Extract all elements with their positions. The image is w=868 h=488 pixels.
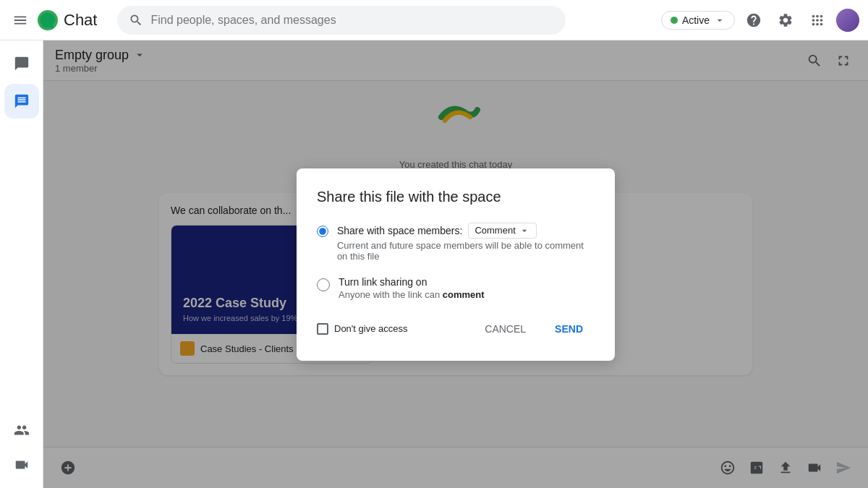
- main-chat-area: Empty group 1 member: [43, 40, 868, 488]
- active-status-button[interactable]: Active: [661, 11, 735, 30]
- dialog-title: Share this file with the space: [317, 189, 595, 205]
- permission-dropdown[interactable]: Comment: [468, 223, 536, 239]
- sidebar-item-people[interactable]: [4, 413, 39, 448]
- help-button[interactable]: [741, 7, 767, 33]
- search-icon: [129, 13, 143, 27]
- avatar[interactable]: [836, 9, 859, 32]
- share-option-1[interactable]: Share with space members: Comment Curren…: [317, 223, 595, 262]
- share-option-2[interactable]: Turn link sharing on Anyone with the lin…: [317, 276, 595, 300]
- hamburger-menu[interactable]: [9, 9, 32, 32]
- permission-chevron-icon: [519, 225, 530, 236]
- sidebar-bottom: [4, 413, 39, 482]
- search-bar[interactable]: [117, 6, 566, 35]
- apps-button[interactable]: [804, 7, 830, 33]
- radio-link-sharing[interactable]: [317, 278, 330, 291]
- permission-value: Comment: [475, 225, 515, 236]
- radio-2-label-wrap: Turn link sharing on Anyone with the lin…: [339, 276, 485, 300]
- dialog-footer: Don't give access CANCEL SEND: [317, 317, 595, 341]
- settings-button[interactable]: [773, 7, 799, 33]
- dont-give-label: Don't give access: [334, 323, 407, 334]
- modal-overlay: Share this file with the space Share wit…: [43, 40, 868, 488]
- share-dialog: Share this file with the space Share wit…: [297, 168, 615, 361]
- dont-give-checkbox[interactable]: [317, 323, 328, 335]
- radio-1-label-row: Share with space members: Comment: [337, 223, 595, 239]
- app-title: Chat: [64, 11, 97, 30]
- sidebar-item-chat[interactable]: [4, 46, 39, 81]
- active-label: Active: [682, 14, 710, 26]
- send-button[interactable]: SEND: [543, 317, 595, 341]
- radio-2-label: Turn link sharing on: [339, 276, 485, 288]
- radio-2-desc: Anyone with the link can comment: [339, 289, 485, 300]
- active-dot: [671, 17, 678, 24]
- chevron-down-icon: [714, 14, 726, 26]
- dialog-actions: CANCEL SEND: [473, 317, 595, 341]
- radio-1-label-wrap: Share with space members: Comment Curren…: [337, 223, 595, 262]
- sidebar-item-dm[interactable]: [4, 84, 39, 119]
- radio-share-members[interactable]: [317, 225, 328, 238]
- radio-1-desc: Current and future space members will be…: [337, 240, 595, 262]
- topbar-right: Active: [661, 7, 859, 33]
- cancel-button[interactable]: CANCEL: [473, 317, 537, 341]
- sidebar-left: [0, 40, 43, 488]
- sidebar-item-video[interactable]: [4, 448, 39, 482]
- main-layout: Empty group 1 member: [0, 40, 868, 488]
- dont-give-access[interactable]: Don't give access: [317, 323, 407, 335]
- search-input[interactable]: [150, 14, 554, 27]
- radio-1-label: Share with space members:: [337, 225, 463, 236]
- app-logo: [38, 10, 58, 30]
- topbar: Chat Active: [0, 0, 868, 40]
